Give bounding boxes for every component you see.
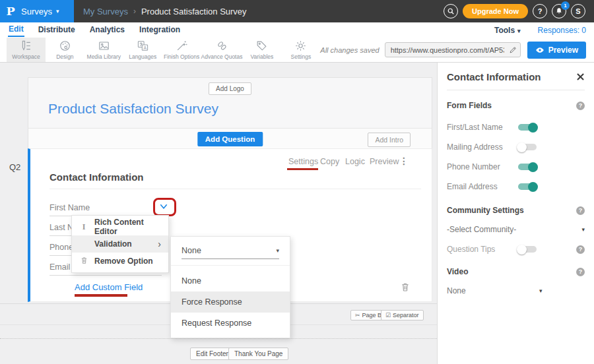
delete-question-button[interactable] [401, 282, 410, 295]
separator-button[interactable]: ☑ Separator [381, 310, 424, 320]
survey-title[interactable]: Product Satisfaction Survey [28, 95, 432, 128]
toggle-knob [528, 162, 538, 172]
toolbar-item-languages[interactable]: A Languages [123, 38, 162, 62]
product-menu[interactable]: P Surveys ▾ [0, 0, 74, 22]
toggle-label: Question Tips [447, 245, 518, 254]
trash-icon [401, 282, 410, 292]
menu-item-label: Validation [94, 239, 132, 249]
menu-item-validation[interactable]: Validation › [72, 235, 168, 253]
annotation-settings-underline [287, 168, 318, 170]
validation-option-none[interactable]: None [171, 270, 290, 291]
panel-divider [447, 90, 585, 90]
annotation-chevron-highlight-box [153, 198, 176, 216]
toolbar-item-finish-options[interactable]: Finish Options [162, 38, 201, 62]
toggle-row-mailing-address: Mailing Address [447, 142, 585, 152]
preview-button[interactable]: Preview [527, 42, 586, 59]
first-last-name-toggle[interactable] [518, 124, 537, 131]
question-tips-toggle[interactable] [518, 246, 537, 253]
thank-you-page-button[interactable]: Thank You Page [228, 348, 288, 360]
page-dotted-divider [0, 338, 437, 339]
separator-checkbox-icon: ☑ [385, 312, 391, 318]
validation-option-force-response[interactable]: Force Response [171, 291, 290, 313]
menu-item-label: Remove Option [94, 257, 153, 266]
toolbar-label: Media Library [87, 53, 121, 60]
trash-icon [79, 257, 88, 266]
tab-edit[interactable]: Edit [8, 23, 24, 37]
help-icon[interactable]: ? [576, 268, 585, 276]
email-address-toggle[interactable] [518, 183, 537, 190]
upgrade-now-button[interactable]: Upgrade Now [463, 4, 528, 18]
toggle-label: Mailing Address [447, 142, 518, 152]
field-first-name[interactable]: First Name [50, 203, 90, 212]
toolbar-item-media-library[interactable]: Media Library [84, 38, 123, 62]
toolbar-item-advance-quotas[interactable]: Advance Quotas [201, 38, 243, 62]
video-heading: Video [447, 267, 468, 276]
media-library-icon [98, 40, 110, 52]
menu-item-remove-option[interactable]: Remove Option [72, 253, 168, 270]
more-options-icon[interactable]: ⋮ [399, 156, 409, 166]
breadcrumb-my-surveys[interactable]: My Surveys [83, 7, 128, 16]
account-avatar[interactable]: S [571, 4, 585, 18]
breadcrumb-separator: › [133, 7, 136, 16]
survey-url-input[interactable] [385, 42, 521, 57]
notification-badge: 1 [561, 1, 570, 10]
rich-text-icon: I [79, 222, 88, 232]
menu-item-rich-content-editor[interactable]: I Rich Content Editor [72, 218, 168, 235]
panel-header: Contact Information [447, 63, 585, 82]
validation-option-request-response[interactable]: Request Response [171, 313, 290, 334]
video-select[interactable]: None ▾ [447, 286, 585, 295]
tab-integration[interactable]: Integration [139, 24, 181, 36]
questionpro-logo-icon: P [6, 5, 15, 18]
toolbar-item-settings[interactable]: Settings [281, 38, 320, 62]
edit-url-button[interactable] [509, 45, 517, 57]
question-title[interactable]: Contact Information [50, 171, 144, 183]
add-custom-field-link[interactable]: Add Custom Field [75, 282, 143, 292]
help-icon[interactable]: ? [576, 245, 585, 254]
tab-distribute[interactable]: Distribute [38, 24, 76, 36]
toolbar-item-variables[interactable]: Variables [242, 38, 281, 62]
add-logo-button[interactable]: Add Logo [209, 82, 251, 95]
page-break-icon: ✂ [355, 312, 360, 318]
validation-select[interactable]: None ▾ [182, 246, 279, 259]
form-fields-heading: Form Fields [447, 101, 492, 110]
toggle-row-question-tips: Question Tips ? [447, 245, 585, 254]
caret-down-icon: ▾ [581, 226, 585, 233]
add-intro-button[interactable]: Add Intro [368, 133, 411, 147]
video-heading-row: Video ? [447, 267, 585, 276]
toggle-knob [517, 142, 527, 152]
toggle-knob [517, 245, 527, 255]
toolbar-label: Settings [290, 53, 311, 60]
form-fields-heading-row: Form Fields ? [447, 101, 585, 110]
notifications-button[interactable]: 1 [552, 4, 566, 18]
close-panel-button[interactable] [576, 73, 585, 81]
svg-text:A: A [143, 46, 147, 50]
question-action-logic[interactable]: Logic [345, 157, 365, 166]
help-icon[interactable]: ? [576, 206, 585, 215]
editor-toolbar: Workspace Design Media Library A Languag… [0, 38, 594, 63]
variables-icon [255, 40, 268, 52]
question-action-preview[interactable]: Preview [370, 157, 399, 166]
question-action-settings[interactable]: Settings [288, 157, 318, 166]
toggle-row-phone-number: Phone Number [447, 162, 585, 171]
question-action-copy[interactable]: Copy [320, 157, 339, 166]
tab-analytics[interactable]: Analytics [89, 24, 125, 36]
help-icon[interactable]: ? [576, 102, 585, 110]
toolbar-item-design[interactable]: Design [46, 38, 84, 62]
help-button[interactable]: ? [533, 4, 547, 18]
pencil-icon [509, 46, 517, 54]
annotation-add-custom-field-underline [75, 294, 127, 297]
community-select[interactable]: -Select Community- ▾ [447, 225, 585, 234]
toolbar-item-workspace[interactable]: Workspace [7, 38, 46, 62]
mailing-address-toggle[interactable] [518, 144, 537, 150]
advance-quotas-icon [216, 40, 228, 52]
video-select-value: None [447, 286, 539, 295]
tools-dropdown[interactable]: Tools▾ [494, 26, 521, 35]
survey-canvas: Add Logo Product Satisfaction Survey Add… [0, 63, 437, 364]
add-question-button[interactable]: Add Question [197, 132, 263, 146]
search-button[interactable] [444, 4, 458, 18]
community-settings-heading: Community Settings [447, 206, 524, 215]
edit-footer-button[interactable]: Edit Footer [190, 348, 234, 360]
chevron-right-icon: › [158, 239, 161, 249]
phone-number-toggle[interactable] [518, 164, 537, 170]
toolbar-label: Languages [129, 53, 156, 60]
